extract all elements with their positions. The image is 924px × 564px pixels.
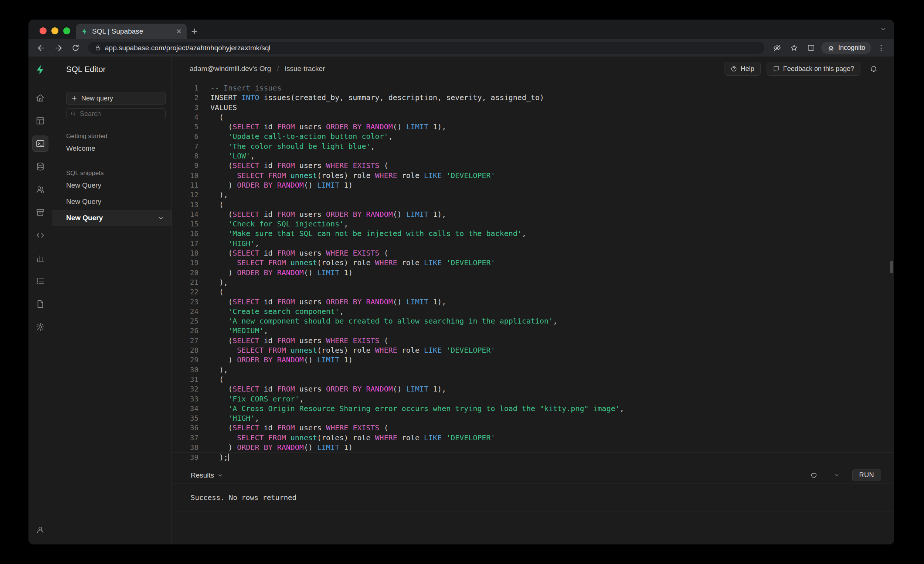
supabase-logo[interactable] [32,63,48,77]
rail-api-docs-icon[interactable] [32,296,48,312]
code-token: LIKE [424,433,442,442]
rail-table-editor-icon[interactable] [32,113,48,129]
close-tab-icon[interactable]: × [176,27,182,36]
code-line[interactable]: 39 ); [172,452,894,462]
rail-account-icon[interactable] [32,522,48,538]
code-line[interactable]: 30 ), [172,365,894,374]
rail-home-icon[interactable] [32,90,48,106]
forward-button[interactable] [51,41,65,55]
code-line[interactable]: 3VALUES [172,103,894,112]
sidebar-item-new-query-1[interactable]: New Query [52,178,171,193]
notifications-bell-icon[interactable] [866,61,881,76]
code-line[interactable]: 32 (SELECT id FROM users ORDER BY RANDOM… [172,384,894,394]
new-query-button[interactable]: New query [66,92,166,105]
code-line[interactable]: 7 'The color should be light blue', [172,141,894,151]
address-bar[interactable]: app.supabase.com/project/azahtnhqohyjerz… [88,42,764,54]
code-line[interactable]: 6 'Update call-to-action button color', [172,132,894,141]
code-line[interactable]: 18 (SELECT id FROM users WHERE EXISTS ( [172,248,894,258]
code-line[interactable]: 12 ), [172,190,894,199]
code-line[interactable]: 14 (SELECT id FROM users ORDER BY RANDOM… [172,209,894,219]
minimize-window-button[interactable] [51,27,58,34]
new-tab-button[interactable]: + [187,24,202,39]
reload-button[interactable] [68,41,82,55]
bookmark-star-icon[interactable] [787,41,801,55]
code-token [348,423,352,432]
browser-menu-kebab-icon[interactable]: ⋮ [874,41,888,55]
code-line[interactable]: 2INSERT INTO issues(created_by, summary,… [172,93,894,102]
chevron-down-icon[interactable] [158,215,164,221]
rail-logs-icon[interactable] [32,273,48,289]
code-line[interactable]: 25 'A new component should be created to… [172,316,894,326]
code-token: ORDER [326,297,348,306]
sql-code-editor[interactable]: 1-- Insert issues2INSERT INTO issues(cre… [172,81,894,467]
breadcrumb-org[interactable]: adam@windmill.dev's Org [190,64,271,73]
line-number: 16 [172,229,198,238]
code-token [210,239,228,248]
code-token: SELECT [237,433,264,442]
sidebar-item-welcome[interactable]: Welcome [52,141,171,156]
breadcrumb-project[interactable]: issue-tracker [285,64,325,73]
results-toggle[interactable]: Results [191,471,223,479]
code-line[interactable]: 28 SELECT FROM unnest(roles) role WHERE … [172,346,894,355]
code-line[interactable]: 31 ( [172,374,894,384]
code-line[interactable]: 9 (SELECT id FROM users WHERE EXISTS ( [172,161,894,170]
run-options-chevron-icon[interactable] [830,468,844,483]
rail-settings-gear-icon[interactable] [32,319,48,335]
feedback-button[interactable]: Feedback on this page? [766,62,860,76]
code-token [348,122,352,131]
code-line[interactable]: 4 ( [172,112,894,122]
rail-sql-editor-icon[interactable] [32,136,48,152]
code-line[interactable]: 23 (SELECT id FROM users ORDER BY RANDOM… [172,297,894,307]
sidebar-item-new-query-2[interactable]: New Query [52,194,171,209]
code-line[interactable]: 8 'LOW', [172,151,894,161]
eye-off-icon[interactable] [770,41,784,55]
tab-search-chevron-icon[interactable] [880,26,886,34]
code-line[interactable]: 11 ) ORDER BY RANDOM() LIMIT 1) [172,180,894,190]
code-line[interactable]: 5 (SELECT id FROM users ORDER BY RANDOM(… [172,122,894,132]
sidebar-item-new-query-3[interactable]: New Query [52,210,171,226]
code-token [210,132,228,141]
search-input[interactable] [66,108,166,119]
code-line[interactable]: 13 ( [172,200,894,209]
code-token: RANDOM [277,268,304,277]
code-token [210,433,237,442]
code-token [348,161,352,170]
code-line[interactable]: 16 'Make sure that SQL can not be inject… [172,229,894,238]
code-line[interactable]: 34 'A Cross Origin Resource Sharing erro… [172,404,894,413]
code-line[interactable]: 15 'Check for SQL injections', [172,219,894,229]
close-window-button[interactable] [39,27,46,34]
line-content: 'HIGH', [198,413,259,423]
rail-database-icon[interactable] [32,159,48,175]
run-button[interactable]: RUN [852,470,882,481]
code-line[interactable]: 38 ) ORDER BY RANDOM() LIMIT 1) [172,443,894,452]
editor-scrollbar-thumb[interactable] [890,261,893,273]
side-panel-icon[interactable] [804,41,818,55]
code-line[interactable]: 36 (SELECT id FROM users WHERE EXISTS ( [172,423,894,432]
rail-reports-icon[interactable] [32,250,48,266]
code-token: 'The color should be light blue' [228,142,370,151]
code-token: LIMIT [406,210,428,218]
code-line[interactable]: 33 'Fix CORS error', [172,394,894,404]
zoom-window-button[interactable] [63,27,70,34]
rail-edge-functions-icon[interactable] [32,227,48,244]
favorite-heart-icon[interactable] [807,468,821,483]
code-line[interactable]: 19 SELECT FROM unnest(roles) role WHERE … [172,258,894,268]
back-button[interactable] [34,41,48,55]
code-line[interactable]: 27 (SELECT id FROM users WHERE EXISTS ( [172,336,894,346]
rail-auth-users-icon[interactable] [32,181,48,197]
code-line[interactable]: 26 'MEDIUM', [172,326,894,335]
code-line[interactable]: 17 'HIGH', [172,239,894,248]
code-line[interactable]: 20 ) ORDER BY RANDOM() LIMIT 1) [172,268,894,277]
browser-tab[interactable]: SQL | Supabase × [76,24,187,39]
code-line[interactable]: 10 SELECT FROM unnest(roles) role WHERE … [172,171,894,180]
code-line[interactable]: 22 ( [172,287,894,296]
help-button[interactable]: Help [724,62,760,76]
line-number: 35 [172,413,198,423]
code-line[interactable]: 21 ), [172,277,894,287]
code-line[interactable]: 1-- Insert issues [172,83,894,93]
code-line[interactable]: 37 SELECT FROM unnest(roles) role WHERE … [172,433,894,443]
code-line[interactable]: 35 'HIGH', [172,413,894,423]
rail-storage-icon[interactable] [32,204,48,220]
code-line[interactable]: 29 ) ORDER BY RANDOM() LIMIT 1) [172,355,894,365]
code-line[interactable]: 24 'Create search component', [172,307,894,316]
